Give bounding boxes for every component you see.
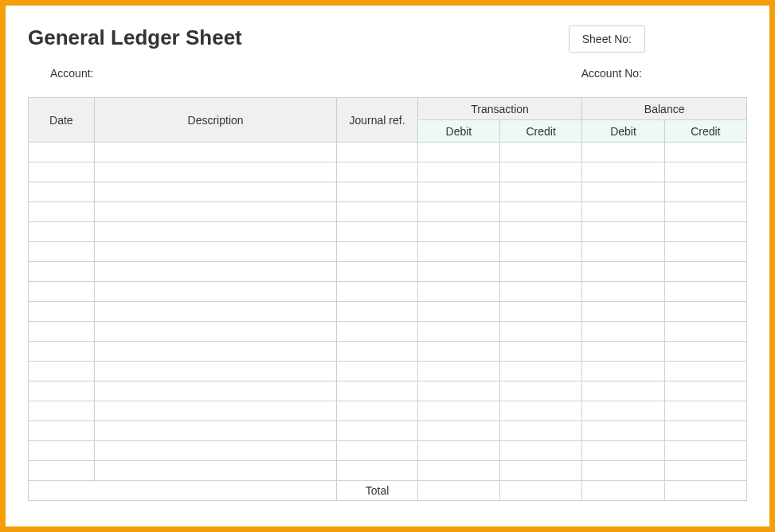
table-cell[interactable] — [500, 202, 582, 222]
table-cell[interactable] — [337, 143, 417, 162]
table-cell[interactable] — [664, 162, 746, 182]
table-cell[interactable] — [29, 242, 95, 262]
table-cell[interactable] — [417, 202, 499, 222]
table-cell[interactable] — [29, 421, 95, 441]
table-cell[interactable] — [664, 441, 746, 461]
table-cell[interactable] — [664, 322, 746, 342]
table-cell[interactable] — [94, 401, 337, 421]
table-cell[interactable] — [337, 441, 417, 461]
table-cell[interactable] — [29, 362, 95, 381]
table-cell[interactable] — [417, 222, 499, 242]
table-cell[interactable] — [500, 162, 582, 182]
table-cell[interactable] — [500, 362, 582, 381]
table-cell[interactable] — [94, 322, 337, 342]
table-cell[interactable] — [500, 461, 582, 481]
table-cell[interactable] — [500, 222, 582, 242]
table-cell[interactable] — [582, 143, 664, 162]
table-cell[interactable] — [29, 182, 95, 202]
table-cell[interactable] — [29, 441, 95, 461]
table-cell[interactable] — [337, 262, 417, 282]
table-cell[interactable] — [417, 182, 499, 202]
table-cell[interactable] — [582, 381, 664, 401]
table-cell[interactable] — [94, 202, 337, 222]
table-cell[interactable] — [664, 342, 746, 362]
table-cell[interactable] — [94, 302, 337, 322]
table-cell[interactable] — [94, 362, 337, 381]
table-cell[interactable] — [500, 381, 582, 401]
table-cell[interactable] — [337, 182, 417, 202]
table-cell[interactable] — [582, 182, 664, 202]
table-cell[interactable] — [664, 202, 746, 222]
table-cell[interactable] — [664, 262, 746, 282]
table-cell[interactable] — [417, 242, 499, 262]
table-cell[interactable] — [29, 143, 95, 162]
table-cell[interactable] — [582, 441, 664, 461]
table-cell[interactable] — [582, 222, 664, 242]
table-cell[interactable] — [417, 322, 499, 342]
table-cell[interactable] — [337, 401, 417, 421]
table-cell[interactable] — [500, 282, 582, 302]
table-cell[interactable] — [94, 441, 337, 461]
table-cell[interactable] — [417, 282, 499, 302]
table-cell[interactable] — [664, 302, 746, 322]
table-cell[interactable] — [500, 342, 582, 362]
table-cell[interactable] — [582, 282, 664, 302]
table-cell[interactable] — [664, 401, 746, 421]
table-cell[interactable] — [664, 461, 746, 481]
table-cell[interactable] — [337, 222, 417, 242]
table-cell[interactable] — [664, 143, 746, 162]
table-cell[interactable] — [500, 143, 582, 162]
table-cell[interactable] — [582, 162, 664, 182]
table-cell[interactable] — [337, 202, 417, 222]
table-cell[interactable] — [29, 202, 95, 222]
table-cell[interactable] — [582, 362, 664, 381]
table-cell[interactable] — [94, 162, 337, 182]
table-cell[interactable] — [582, 322, 664, 342]
table-cell[interactable] — [582, 421, 664, 441]
table-cell[interactable] — [337, 461, 417, 481]
table-cell[interactable] — [417, 143, 499, 162]
table-cell[interactable] — [337, 381, 417, 401]
table-cell[interactable] — [29, 401, 95, 421]
table-cell[interactable] — [94, 182, 337, 202]
table-cell[interactable] — [94, 143, 337, 162]
table-cell[interactable] — [582, 401, 664, 421]
table-cell[interactable] — [582, 461, 664, 481]
table-cell[interactable] — [582, 342, 664, 362]
table-cell[interactable] — [664, 222, 746, 242]
table-cell[interactable] — [337, 342, 417, 362]
table-cell[interactable] — [417, 401, 499, 421]
table-cell[interactable] — [417, 381, 499, 401]
table-cell[interactable] — [500, 421, 582, 441]
table-cell[interactable] — [94, 222, 337, 242]
table-cell[interactable] — [29, 282, 95, 302]
table-cell[interactable] — [29, 322, 95, 342]
table-cell[interactable] — [94, 342, 337, 362]
table-cell[interactable] — [94, 421, 337, 441]
table-cell[interactable] — [582, 202, 664, 222]
table-cell[interactable] — [417, 262, 499, 282]
table-cell[interactable] — [337, 162, 417, 182]
table-cell[interactable] — [337, 362, 417, 381]
table-cell[interactable] — [417, 461, 499, 481]
table-cell[interactable] — [337, 282, 417, 302]
table-cell[interactable] — [29, 342, 95, 362]
table-cell[interactable] — [94, 381, 337, 401]
table-cell[interactable] — [500, 262, 582, 282]
table-cell[interactable] — [29, 222, 95, 242]
table-cell[interactable] — [500, 322, 582, 342]
table-cell[interactable] — [664, 362, 746, 381]
table-cell[interactable] — [29, 262, 95, 282]
table-cell[interactable] — [500, 182, 582, 202]
table-cell[interactable] — [417, 362, 499, 381]
table-cell[interactable] — [337, 322, 417, 342]
table-cell[interactable] — [500, 302, 582, 322]
table-cell[interactable] — [417, 342, 499, 362]
table-cell[interactable] — [664, 381, 746, 401]
table-cell[interactable] — [664, 282, 746, 302]
table-cell[interactable] — [500, 242, 582, 262]
table-cell[interactable] — [29, 302, 95, 322]
table-cell[interactable] — [417, 162, 499, 182]
table-cell[interactable] — [94, 461, 337, 481]
table-cell[interactable] — [664, 421, 746, 441]
